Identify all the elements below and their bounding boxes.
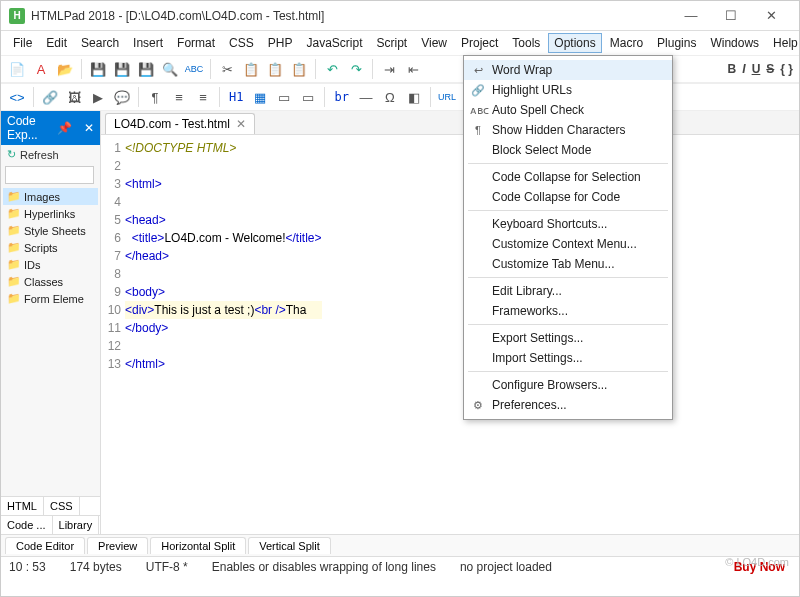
sidebar-tabs-panel[interactable]: Code ...Library <box>1 515 100 534</box>
tree-item[interactable]: Scripts <box>3 239 98 256</box>
menu-item[interactable]: Customize Tab Menu... <box>464 254 672 274</box>
url-icon[interactable]: URL <box>437 87 457 107</box>
menu-bar[interactable]: FileEditSearchInsertFormatCSSPHPJavaScri… <box>1 31 799 55</box>
image-icon[interactable]: 🖼 <box>64 87 84 107</box>
hr-icon[interactable]: — <box>356 87 376 107</box>
sidebar-search-input[interactable] <box>5 166 94 184</box>
menu-item[interactable]: ⚙Preferences... <box>464 395 672 415</box>
paste-icon[interactable]: 📋 <box>265 59 285 79</box>
editor-tab-strip[interactable]: LO4D.com - Test.html ✕ <box>101 111 799 135</box>
tree-item[interactable]: Images <box>3 188 98 205</box>
br-insert[interactable]: br <box>331 90 351 104</box>
menu-item[interactable]: Export Settings... <box>464 328 672 348</box>
refresh-button[interactable]: Refresh <box>1 145 100 164</box>
menu-item[interactable]: Edit Library... <box>464 281 672 301</box>
omega-icon[interactable]: Ω <box>380 87 400 107</box>
link-icon[interactable]: 🔗 <box>40 87 60 107</box>
menu-item[interactable]: Code Collapse for Code <box>464 187 672 207</box>
code-line[interactable] <box>125 157 322 175</box>
options-menu[interactable]: ↩Word Wrap🔗Highlight URLsᴀʙᴄAuto Spell C… <box>463 55 673 420</box>
sidebar-tabs-lang[interactable]: HTMLCSS <box>1 496 100 515</box>
maximize-button[interactable]: ☐ <box>711 3 751 29</box>
strike-icon[interactable]: S <box>766 62 774 76</box>
code-line[interactable]: </head> <box>125 247 322 265</box>
menu-options[interactable]: Options <box>548 33 601 53</box>
tree-item[interactable]: IDs <box>3 256 98 273</box>
save-as-icon[interactable]: 💾 <box>136 59 156 79</box>
new-css-icon[interactable]: A <box>31 59 51 79</box>
menu-item[interactable]: ¶Show Hidden Characters <box>464 120 672 140</box>
code-line[interactable]: </body> <box>125 319 322 337</box>
new-file-icon[interactable]: 📄 <box>7 59 27 79</box>
menu-item[interactable]: Keyboard Shortcuts... <box>464 214 672 234</box>
menu-javascript[interactable]: JavaScript <box>300 33 368 53</box>
sidebar-tab[interactable]: CSS <box>44 497 80 515</box>
italic-icon[interactable]: I <box>742 62 745 76</box>
view-tab[interactable]: Preview <box>87 537 148 554</box>
div-icon[interactable]: ◧ <box>404 87 424 107</box>
menu-item[interactable]: ↩Word Wrap <box>464 60 672 80</box>
search-icon[interactable]: 🔍 <box>160 59 180 79</box>
menu-item[interactable]: Block Select Mode <box>464 140 672 160</box>
cut-icon[interactable]: ✂ <box>217 59 237 79</box>
tag-icon[interactable]: <> <box>7 87 27 107</box>
menu-macro[interactable]: Macro <box>604 33 649 53</box>
sidebar-close-icon[interactable]: ✕ <box>84 121 94 135</box>
code-line[interactable]: <title>LO4D.com - Welcome!</title> <box>125 229 322 247</box>
tree-item[interactable]: Classes <box>3 273 98 290</box>
view-tab[interactable]: Code Editor <box>5 537 85 554</box>
code-line[interactable]: <!DOCTYPE HTML> <box>125 139 322 157</box>
menu-plugins[interactable]: Plugins <box>651 33 702 53</box>
menu-item[interactable]: Frameworks... <box>464 301 672 321</box>
menu-css[interactable]: CSS <box>223 33 260 53</box>
indent-icon[interactable]: ⇥ <box>379 59 399 79</box>
bold-icon[interactable]: B <box>728 62 737 76</box>
code-line[interactable]: <html> <box>125 175 322 193</box>
menu-insert[interactable]: Insert <box>127 33 169 53</box>
code-line[interactable]: <body> <box>125 283 322 301</box>
minimize-button[interactable]: — <box>671 3 711 29</box>
close-tab-icon[interactable]: ✕ <box>236 117 246 131</box>
numbered-list-icon[interactable]: ≡ <box>193 87 213 107</box>
close-button[interactable]: ✕ <box>751 3 791 29</box>
comment-icon[interactable]: 💬 <box>112 87 132 107</box>
menu-item[interactable]: ᴀʙᴄAuto Spell Check <box>464 100 672 120</box>
view-tab[interactable]: Horizontal Split <box>150 537 246 554</box>
menu-format[interactable]: Format <box>171 33 221 53</box>
outdent-icon[interactable]: ⇤ <box>403 59 423 79</box>
redo-icon[interactable]: ↷ <box>346 59 366 79</box>
input-icon[interactable]: ▭ <box>298 87 318 107</box>
menu-help[interactable]: Help <box>767 33 800 53</box>
save-all-icon[interactable]: 💾 <box>112 59 132 79</box>
menu-item[interactable]: Configure Browsers... <box>464 375 672 395</box>
menu-tools[interactable]: Tools <box>506 33 546 53</box>
code-line[interactable]: </html> <box>125 355 322 373</box>
menu-search[interactable]: Search <box>75 33 125 53</box>
editor-tab[interactable]: LO4D.com - Test.html ✕ <box>105 113 255 134</box>
video-icon[interactable]: ▶ <box>88 87 108 107</box>
menu-view[interactable]: View <box>415 33 453 53</box>
tree-item[interactable]: Form Eleme <box>3 290 98 307</box>
menu-windows[interactable]: Windows <box>704 33 765 53</box>
save-icon[interactable]: 💾 <box>88 59 108 79</box>
menu-php[interactable]: PHP <box>262 33 299 53</box>
code-line[interactable] <box>125 337 322 355</box>
underline-icon[interactable]: U <box>752 62 761 76</box>
menu-item[interactable]: Code Collapse for Selection <box>464 167 672 187</box>
code-line[interactable]: <div>This is just a test ;)<br />Tha <box>125 301 322 319</box>
menu-project[interactable]: Project <box>455 33 504 53</box>
pin-icon[interactable]: 📌 <box>57 121 72 135</box>
sidebar-panel-tab[interactable]: Library <box>53 516 100 534</box>
tree-item[interactable]: Hyperlinks <box>3 205 98 222</box>
sidebar-tab[interactable]: HTML <box>1 497 44 515</box>
code-line[interactable]: <head> <box>125 211 322 229</box>
brackets-icon[interactable]: { } <box>780 62 793 76</box>
menu-script[interactable]: Script <box>371 33 414 53</box>
sidebar-panel-tab[interactable]: Code ... <box>1 516 53 534</box>
sidebar-tree[interactable]: ImagesHyperlinksStyle SheetsScriptsIDsCl… <box>1 186 100 496</box>
tree-item[interactable]: Style Sheets <box>3 222 98 239</box>
menu-item[interactable]: Customize Context Menu... <box>464 234 672 254</box>
view-tabs[interactable]: Code EditorPreviewHorizontal SplitVertic… <box>1 534 799 556</box>
spellcheck-icon[interactable]: ABC <box>184 59 204 79</box>
table-icon[interactable]: ▦ <box>250 87 270 107</box>
